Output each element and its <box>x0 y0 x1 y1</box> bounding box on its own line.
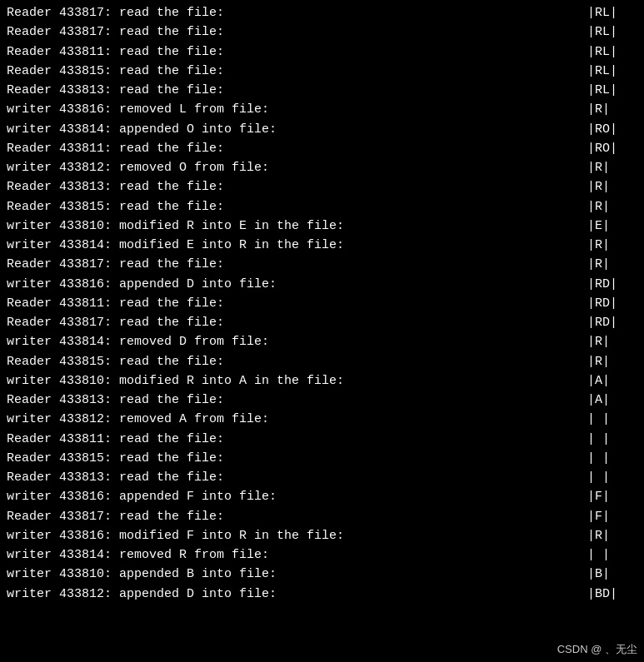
log-line: writer 433816: appended F into file:|F| <box>7 487 637 506</box>
log-state: |RL| <box>587 62 637 81</box>
log-line: writer 433812: removed A from file:| | <box>7 410 637 429</box>
log-line: writer 433810: modified R into A in the … <box>7 371 637 391</box>
log-line: Reader 433815: read the file:| | <box>7 449 637 468</box>
log-text: Reader 433815: read the file: <box>7 197 587 217</box>
log-text: Reader 433811: read the file: <box>7 294 587 313</box>
log-state: |A| <box>587 391 637 410</box>
log-state: |RL| <box>587 81 637 100</box>
log-line: writer 433816: appended D into file:|RD| <box>7 275 637 294</box>
log-text: Reader 433815: read the file: <box>7 449 587 468</box>
log-text: writer 433810: appended B into file: <box>7 565 587 584</box>
log-state: |R| <box>587 352 637 371</box>
log-state: |R| <box>587 177 637 197</box>
log-line: Reader 433815: read the file:|R| <box>7 197 637 217</box>
log-state: |RL| <box>587 3 637 22</box>
log-state: |A| <box>587 371 637 391</box>
log-state: |B| <box>587 565 637 584</box>
log-line: writer 433816: removed L from file:|R| <box>7 100 637 119</box>
log-line: Reader 433815: read the file:|R| <box>7 352 637 371</box>
log-state: |E| <box>587 217 637 236</box>
log-state: |F| <box>587 487 637 506</box>
log-state: | | <box>587 410 637 429</box>
log-line: Reader 433811: read the file:|RL| <box>7 42 637 62</box>
log-state: | | <box>587 468 637 487</box>
log-line: Reader 433817: read the file:|RL| <box>7 22 637 42</box>
log-text: writer 433814: removed D from file: <box>7 332 587 351</box>
log-state: |R| <box>587 197 637 217</box>
log-text: writer 433814: appended O into file: <box>7 120 587 139</box>
log-text: Reader 433813: read the file: <box>7 177 587 197</box>
log-line: Reader 433817: read the file:|RD| <box>7 313 637 332</box>
log-text: writer 433812: removed A from file: <box>7 410 587 429</box>
log-state: |RL| <box>587 42 637 62</box>
log-text: Reader 433815: read the file: <box>7 352 587 371</box>
log-text: Reader 433817: read the file: <box>7 313 587 332</box>
log-state: |RD| <box>587 294 637 313</box>
log-state: |R| <box>587 100 637 119</box>
log-line: Reader 433813: read the file:|R| <box>7 177 637 197</box>
log-text: writer 433810: modified R into A in the … <box>7 371 587 391</box>
log-text: writer 433814: modified E into R in the … <box>7 236 587 255</box>
log-line: writer 433814: modified E into R in the … <box>7 236 637 255</box>
log-line: writer 433810: appended B into file:|B| <box>7 565 637 584</box>
terminal-window: Reader 433817: read the file:|RL|Reader … <box>0 0 644 662</box>
log-line: Reader 433811: read the file:| | <box>7 430 637 449</box>
log-text: Reader 433817: read the file: <box>7 22 587 42</box>
log-text: writer 433816: appended D into file: <box>7 275 587 294</box>
log-line: writer 433816: modified F into R in the … <box>7 526 637 545</box>
log-text: writer 433816: removed L from file: <box>7 100 587 119</box>
log-state: | | <box>587 449 637 468</box>
log-state: |F| <box>587 507 637 526</box>
log-text: Reader 433817: read the file: <box>7 507 587 526</box>
log-text: Reader 433815: read the file: <box>7 62 587 81</box>
log-state: |R| <box>587 526 637 545</box>
log-state: | | <box>587 545 637 565</box>
log-line: writer 433814: removed D from file:|R| <box>7 332 637 351</box>
log-line: Reader 433813: read the file:|RL| <box>7 81 637 100</box>
log-text: writer 433812: appended D into file: <box>7 585 587 604</box>
log-line: Reader 433813: read the file:| | <box>7 468 637 487</box>
log-line: writer 433812: appended D into file:|BD| <box>7 585 637 604</box>
log-line: Reader 433811: read the file:|RO| <box>7 139 637 158</box>
log-text: Reader 433811: read the file: <box>7 430 587 449</box>
log-state: |R| <box>587 158 637 177</box>
log-text: Reader 433817: read the file: <box>7 255 587 274</box>
log-text: Reader 433811: read the file: <box>7 139 587 158</box>
log-state: |R| <box>587 236 637 255</box>
log-line: Reader 433811: read the file:|RD| <box>7 294 637 313</box>
log-line: Reader 433813: read the file:|A| <box>7 391 637 410</box>
log-state: |RD| <box>587 275 637 294</box>
log-text: Reader 433813: read the file: <box>7 468 587 487</box>
log-text: writer 433816: appended F into file: <box>7 487 587 506</box>
log-text: writer 433812: removed O from file: <box>7 158 587 177</box>
log-text: Reader 433813: read the file: <box>7 81 587 100</box>
log-state: |RO| <box>587 139 637 158</box>
watermark: CSDN @ 、无尘 <box>557 642 637 657</box>
log-line: Reader 433817: read the file:|R| <box>7 255 637 274</box>
log-text: Reader 433813: read the file: <box>7 391 587 410</box>
log-text: writer 433814: removed R from file: <box>7 545 587 565</box>
log-state: |R| <box>587 255 637 274</box>
log-line: writer 433812: removed O from file:|R| <box>7 158 637 177</box>
log-state: |RL| <box>587 22 637 42</box>
log-state: |RD| <box>587 313 637 332</box>
log-text: writer 433810: modified R into E in the … <box>7 217 587 236</box>
log-line: writer 433810: modified R into E in the … <box>7 217 637 236</box>
log-container: Reader 433817: read the file:|RL|Reader … <box>7 3 637 604</box>
log-line: Reader 433817: read the file:|RL| <box>7 3 637 22</box>
log-state: |BD| <box>587 585 637 604</box>
log-state: | | <box>587 430 637 449</box>
log-state: |R| <box>587 332 637 351</box>
log-line: writer 433814: removed R from file:| | <box>7 545 637 565</box>
log-line: Reader 433815: read the file:|RL| <box>7 62 637 81</box>
log-text: Reader 433811: read the file: <box>7 42 587 62</box>
log-line: Reader 433817: read the file:|F| <box>7 507 637 526</box>
log-line: writer 433814: appended O into file:|RO| <box>7 120 637 139</box>
log-text: Reader 433817: read the file: <box>7 3 587 22</box>
log-text: writer 433816: modified F into R in the … <box>7 526 587 545</box>
log-state: |RO| <box>587 120 637 139</box>
